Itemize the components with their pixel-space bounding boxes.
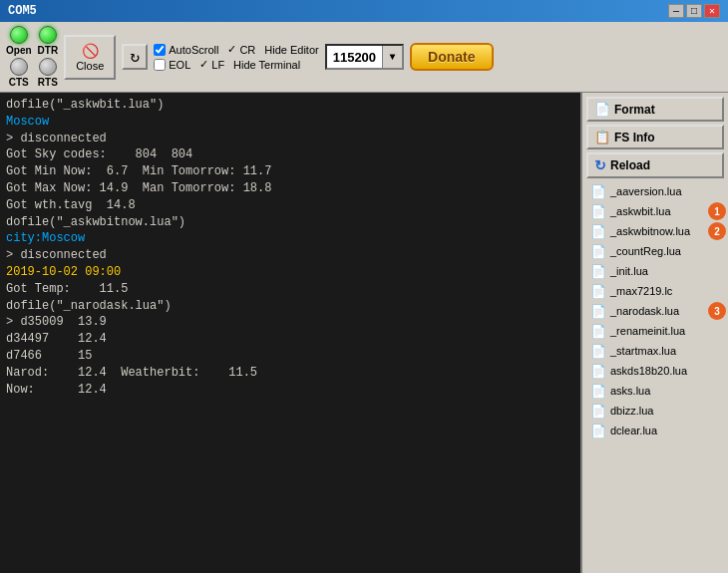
terminal-line: d7466 15 — [6, 348, 574, 365]
sidebar-file-item[interactable]: 📄asks.lua — [586, 381, 724, 401]
file-icon: 📄 — [590, 343, 606, 359]
file-row-wrapper: 📄_renameinit.lua — [586, 321, 724, 341]
sidebar-file-item[interactable]: 📄_max7219.lc — [586, 281, 724, 301]
terminal-line: Now: 12.4 — [6, 382, 574, 399]
file-row-wrapper: 📄_aaversion.lua — [586, 181, 724, 201]
terminal-line: Got Max Now: 14.9 Man Tomorrow: 18.8 — [6, 180, 574, 197]
file-row-wrapper: 📄asks.lua — [586, 381, 724, 401]
format-label: Format — [614, 103, 655, 117]
rts-button[interactable]: RTS — [38, 58, 59, 88]
file-badge: 2 — [708, 222, 726, 240]
rts-label: RTS — [38, 77, 58, 88]
hide-editor-label: Hide Editor — [264, 44, 318, 56]
terminal-line: Moscow — [6, 114, 574, 131]
file-row-wrapper: 📄_askwbit.lua1 — [586, 201, 724, 221]
file-list: 📄_aaversion.lua📄_askwbit.lua1📄_askwbitno… — [586, 181, 724, 440]
sidebar-file-item[interactable]: 📄askds18b20.lua — [586, 361, 724, 381]
sidebar-file-item[interactable]: 📄_aaversion.lua — [586, 181, 724, 201]
file-row-wrapper: 📄dbizz.lua — [586, 401, 724, 421]
baud-dropdown-arrow[interactable]: ▼ — [382, 46, 402, 68]
window-controls: — □ ✕ — [668, 4, 720, 18]
terminal-line: dofile("_narodask.lua") — [6, 298, 574, 315]
cts-button[interactable]: CTS — [6, 58, 32, 88]
sidebar-file-item[interactable]: 📄_init.lua — [586, 261, 724, 281]
title-bar: COM5 — □ ✕ — [0, 0, 728, 22]
file-name: _max7219.lc — [610, 285, 672, 297]
toolbar: Open CTS DTR RTS 🚫 Close ↻ AutoScroll ✓ … — [0, 22, 728, 93]
terminal-line: d34497 12.4 — [6, 331, 574, 348]
file-icon: 📄 — [590, 243, 606, 259]
file-icon: 📄 — [590, 263, 606, 279]
terminal[interactable]: dofile("_askwbit.lua")Moscow> disconnect… — [0, 93, 580, 573]
sidebar-file-item[interactable]: 📄_narodask.lua — [586, 301, 724, 321]
format-icon: 📄 — [594, 102, 610, 117]
file-icon: 📄 — [590, 323, 606, 339]
file-icon: 📄 — [590, 223, 606, 239]
sidebar-file-item[interactable]: 📄_renameinit.lua — [586, 321, 724, 341]
terminal-line: > disconnected — [6, 247, 574, 264]
close-button[interactable]: 🚫 Close — [64, 35, 116, 80]
autoscroll-label: AutoScroll — [169, 44, 218, 56]
terminal-line: dofile("_askwbitnow.lua") — [6, 214, 574, 231]
close-button[interactable]: ✕ — [704, 4, 720, 18]
lf-label: LF — [211, 59, 224, 71]
file-name: askds18b20.lua — [610, 365, 687, 377]
terminal-wrapper: dofile("_askwbit.lua")Moscow> disconnect… — [0, 93, 580, 573]
eol-row: EOL ✓ LF Hide Terminal — [154, 58, 318, 71]
checkbox-group: AutoScroll ✓ CR Hide Editor EOL ✓ LF Hid… — [154, 43, 318, 71]
file-row-wrapper: 📄_narodask.lua3 — [586, 301, 724, 321]
maximize-button[interactable]: □ — [686, 4, 702, 18]
eol-checkbox[interactable] — [154, 59, 166, 71]
file-row-wrapper: 📄_max7219.lc — [586, 281, 724, 301]
file-name: _init.lua — [610, 265, 648, 277]
cr-label-text: ✓ — [227, 43, 236, 56]
file-name: _startmax.lua — [610, 345, 676, 357]
file-row-wrapper: 📄dclear.lua — [586, 421, 724, 440]
file-icon: 📄 — [590, 363, 606, 379]
baud-rate-selector[interactable]: 115200 ▼ — [325, 44, 404, 70]
terminal-line: Got wth.tavg 14.8 — [6, 197, 574, 214]
file-badge: 3 — [708, 302, 726, 320]
baud-rate-value: 115200 — [327, 48, 382, 67]
terminal-line: Got Temp: 11.5 — [6, 281, 574, 298]
cts-led — [10, 58, 28, 76]
format-button[interactable]: 📄 Format — [586, 97, 724, 122]
sidebar-file-item[interactable]: 📄dclear.lua — [586, 421, 724, 440]
open-cts-group: Open CTS — [6, 26, 32, 88]
sidebar-file-item[interactable]: 📄_startmax.lua — [586, 341, 724, 361]
file-name: _countReg.lua — [610, 245, 681, 257]
eol-label: EOL — [169, 59, 190, 71]
refresh-button[interactable]: ↻ — [122, 44, 148, 70]
sidebar: 📄 Format 📋 FS Info ↻ Reload 📄_aaversion.… — [580, 93, 728, 573]
donate-button[interactable]: Donate — [410, 43, 493, 71]
sidebar-file-item[interactable]: 📄_askwbitnow.lua — [586, 221, 724, 241]
file-icon: 📄 — [590, 303, 606, 319]
open-label: Open — [6, 45, 32, 56]
reload-button[interactable]: ↻ Reload — [586, 152, 724, 178]
terminal-line: > d35009 13.9 — [6, 314, 574, 331]
cts-label: CTS — [9, 77, 29, 88]
file-badge: 1 — [708, 202, 726, 220]
open-button[interactable]: Open — [6, 26, 32, 56]
file-row-wrapper: 📄_countReg.lua — [586, 241, 724, 261]
sidebar-file-item[interactable]: 📄_askwbit.lua — [586, 201, 724, 221]
sidebar-file-item[interactable]: 📄dbizz.lua — [586, 401, 724, 421]
refresh-icon: ↻ — [130, 47, 140, 67]
file-row-wrapper: 📄_startmax.lua — [586, 341, 724, 361]
dtr-button[interactable]: DTR — [38, 26, 59, 56]
terminal-line: dofile("_askwbit.lua") — [6, 97, 574, 114]
file-row-wrapper: 📄_init.lua — [586, 261, 724, 281]
file-name: asks.lua — [610, 385, 650, 397]
file-name: _askwbitnow.lua — [610, 225, 690, 237]
fsinfo-button[interactable]: 📋 FS Info — [586, 125, 724, 149]
sidebar-file-item[interactable]: 📄_countReg.lua — [586, 241, 724, 261]
file-name: _aaversion.lua — [610, 185, 682, 197]
reload-icon: ↻ — [594, 157, 606, 173]
rts-led — [39, 58, 57, 76]
autoscroll-checkbox[interactable] — [154, 44, 166, 56]
minimize-button[interactable]: — — [668, 4, 684, 18]
file-row-wrapper: 📄_askwbitnow.lua2 — [586, 221, 724, 241]
terminal-line: city:Moscow — [6, 230, 574, 247]
file-icon: 📄 — [590, 283, 606, 299]
lf-label-text: ✓ — [199, 58, 208, 71]
